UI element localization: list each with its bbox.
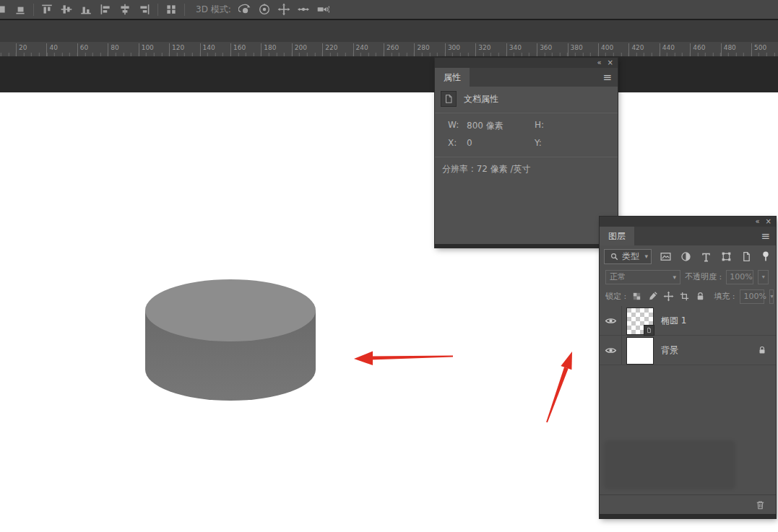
filter-type-label: 类型 [622,250,641,263]
image-filter-icon[interactable] [660,250,672,263]
search-icon [610,252,619,261]
width-label: W: [448,120,459,130]
distribute-icon[interactable] [165,3,178,16]
blend-mode-row: 正常 ▾ 不透明度 : 100% ▾ [600,267,776,287]
x-value[interactable]: 0 [467,138,472,148]
ruler-tick-label: 220 [322,43,337,56]
align-merge-icon[interactable] [14,3,27,16]
distribute-buttons [165,3,178,16]
layers-empty-area [600,365,776,494]
opacity-value[interactable]: 100% [726,270,753,284]
3d-roll-icon[interactable] [258,3,271,16]
photoshop-workspace: 3D 模式: 204060801001201401601802002202402… [0,0,778,532]
3d-mode-label: 3D 模式: [196,4,231,16]
layer-thumbnail[interactable] [626,308,654,335]
ruler-tick-label: 260 [384,43,399,56]
lock-all-icon[interactable] [695,291,706,302]
lock-move-icon[interactable] [663,291,674,302]
layers-tabbar: 图层 ≡ [600,227,776,245]
lock-frame-icon[interactable] [679,291,690,302]
ruler-tick-label: 60 [77,43,88,56]
layer-name[interactable]: 背景 [661,336,757,365]
ruler-tick-label: 360 [537,43,552,56]
gray-cylinder [145,279,316,401]
text-filter-icon[interactable] [700,250,712,263]
tab-layers[interactable]: 图层 [600,227,634,245]
tab-properties[interactable]: 属性 [435,68,470,87]
lock-buttons [631,291,706,302]
smart-object-icon [646,327,652,333]
layer-name[interactable]: 椭圆 1 [661,306,776,335]
3d-pan-icon[interactable] [277,3,290,16]
align-vcenter-icon[interactable] [60,3,73,16]
align-hcenter-icon[interactable] [118,3,131,16]
lock-transparent-icon[interactable] [631,291,642,302]
align-left-icon[interactable] [99,3,112,16]
ruler-tick-label: 100 [139,43,154,56]
pin-toggle-icon[interactable] [760,250,771,262]
layers-list: 椭圆 1 背景 [600,306,776,365]
align-buttons [40,3,151,16]
options-bar: 3D 模式: [0,0,778,20]
fill-value[interactable]: 100% [740,289,764,304]
blend-mode-select[interactable]: 正常 ▾ [605,270,680,284]
ruler-tick-label: 160 [230,43,246,56]
layers-bottom-bar [600,494,776,514]
align-bottom-icon[interactable] [79,3,92,16]
3d-slide-icon[interactable] [297,3,310,16]
3d-zoom-icon[interactable] [316,3,329,16]
align-top-icon[interactable] [40,3,53,16]
ruler-tick-label: 20 [16,43,27,56]
collapse-panel-icon[interactable]: « [597,59,601,66]
layer-locked-icon [757,345,767,355]
layer-filter-type-select[interactable]: 类型 ▾ [604,249,652,264]
close-panel-icon[interactable]: × [766,218,771,225]
divider [435,157,618,157]
eye-icon [605,344,617,357]
layer-filter-row: 类型 ▾ [600,245,776,267]
ruler-tick-label: 400 [598,43,613,56]
ruler-tick-label: 440 [660,43,675,56]
align-right-icon[interactable] [138,3,151,16]
trash-icon[interactable] [755,500,766,510]
panel-menu-icon[interactable]: ≡ [602,68,612,87]
layer-thumbnail[interactable] [626,337,654,365]
layers-panel-header: « × [600,217,776,227]
ruler-tick-label: 380 [568,43,583,56]
layer-visibility-toggle[interactable] [600,336,622,365]
document-properties-row: 文档属性 [441,91,498,107]
lock-row: 锁定 : 填充 : 100% ▾ [600,287,776,306]
panel-menu-icon[interactable]: ≡ [761,227,770,245]
opacity-slider-chevron[interactable]: ▾ [758,270,769,284]
ruler-tick-label: 300 [445,43,460,56]
layer-row[interactable]: 背景 [600,336,776,365]
ruler-tick-label: 200 [292,43,307,56]
canvas-surround [0,56,778,92]
lock-label: 锁定 : [605,291,626,302]
shape-filter-icon[interactable] [720,250,732,263]
smart-object-filter-icon[interactable] [740,250,753,263]
layer-row[interactable]: 椭圆 1 [600,306,776,336]
fill-slider-chevron[interactable]: ▾ [769,289,774,304]
ruler-tick-label: 80 [108,43,118,56]
blend-mode-value: 正常 [610,271,626,282]
3d-orbit-icon[interactable] [238,3,251,16]
document-tab-band [0,20,778,42]
clipped-tool-icon[interactable] [0,3,7,16]
toolbar-divider [33,4,34,16]
collapse-panel-icon[interactable]: « [755,218,759,225]
properties-panel: « × 属性 ≡ 文档属性 W: 800 像素 H: X: 0 Y: 分辨率 :… [435,58,618,248]
eye-icon [605,315,617,327]
ruler-tick-label: 460 [690,43,705,56]
y-label: Y: [535,138,542,148]
panel-bottom-edge [435,244,618,248]
fill-label: 填充 : [714,291,735,302]
width-value[interactable]: 800 像素 [467,120,503,132]
properties-content: 文档属性 W: 800 像素 H: X: 0 Y: 分辨率 : 72 像素 /英… [435,87,618,244]
adjustment-filter-icon[interactable] [680,250,692,263]
ruler-tick-label: 480 [721,43,736,56]
layer-visibility-toggle[interactable] [600,306,622,335]
lock-paint-icon[interactable] [647,291,658,302]
ruler-tick-label: 420 [628,43,644,56]
close-panel-icon[interactable]: × [608,59,613,66]
